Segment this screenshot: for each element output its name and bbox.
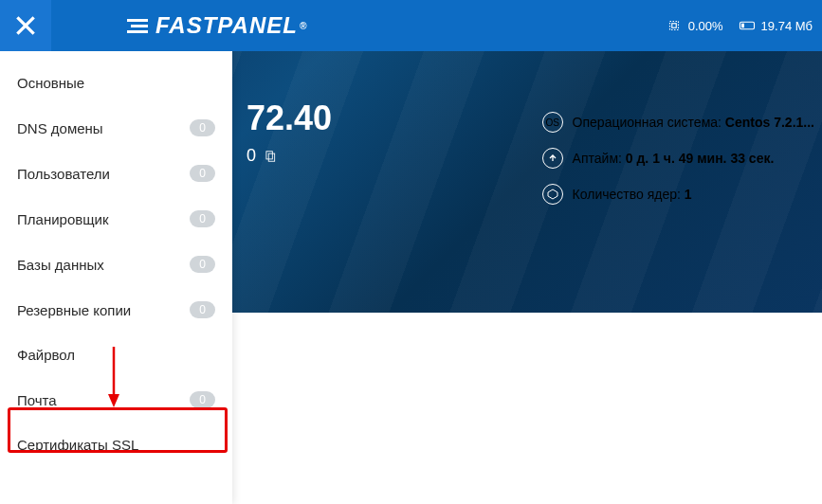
cpu-value: 0.00% <box>688 19 723 33</box>
uptime-icon <box>542 148 563 169</box>
uptime-label: Аптайм: <box>573 151 622 166</box>
svg-rect-4 <box>266 151 272 158</box>
sidebar-item-label: DNS домены <box>17 120 103 136</box>
brand-logo[interactable]: FASTPANEL ® <box>127 12 307 39</box>
brand-text: FASTPANEL <box>155 12 298 39</box>
svg-rect-3 <box>741 24 744 28</box>
close-button[interactable] <box>0 0 51 51</box>
os-icon: OS <box>542 112 563 133</box>
close-icon <box>13 13 38 38</box>
svg-marker-6 <box>548 189 557 199</box>
cores-row: Количество ядер: 1 <box>542 184 814 205</box>
sidebar-item-label: Основные <box>17 75 84 91</box>
sidebar-badge: 0 <box>190 391 215 408</box>
cpu-stat[interactable]: 0.00% <box>666 17 723 34</box>
cores-label: Количество ядер: <box>573 187 681 202</box>
sidebar-item-ssl[interactable]: Сертификаты SSL <box>0 423 232 467</box>
svg-rect-0 <box>669 22 678 30</box>
sidebar: Основные DNS домены 0 Пользователи 0 Пла… <box>0 51 232 504</box>
uptime-row: Аптайм: 0 д. 1 ч. 49 мин. 33 сек. <box>542 148 814 169</box>
os-row: OS Операционная система: Centos 7.2.1... <box>542 112 814 133</box>
server-info: OS Операционная система: Centos 7.2.1...… <box>542 112 814 220</box>
top-stats: 0.00% 19.74 Мб <box>666 17 813 34</box>
sidebar-badge: 0 <box>190 210 215 227</box>
sidebar-item-label: Планировщик <box>17 211 108 227</box>
sidebar-item-mail[interactable]: Почта 0 <box>0 377 232 423</box>
uptime-value: 0 д. 1 ч. 49 мин. 33 сек. <box>626 151 775 166</box>
memory-stat[interactable]: 19.74 Мб <box>739 17 813 34</box>
sidebar-item-backup[interactable]: Резервные копии 0 <box>0 287 232 333</box>
sidebar-item-label: Резервные копии <box>17 302 131 318</box>
os-value: Centos 7.2.1... <box>725 115 814 130</box>
sidebar-item-dns[interactable]: DNS домены 0 <box>0 105 232 151</box>
sidebar-item-firewall[interactable]: Файрвол <box>0 333 232 377</box>
logo-icon <box>127 19 148 33</box>
sidebar-item-cron[interactable]: Планировщик 0 <box>0 196 232 242</box>
sidebar-item-label: Пользователи <box>17 166 110 182</box>
sidebar-item-db[interactable]: Базы данных 0 <box>0 242 232 287</box>
sidebar-badge: 0 <box>190 301 215 318</box>
sidebar-badge: 0 <box>190 119 215 136</box>
sidebar-item-label: Почта <box>17 392 57 408</box>
cpu-icon <box>666 17 683 34</box>
brand-reg: ® <box>300 21 307 31</box>
os-label: Операционная система: <box>573 115 722 130</box>
sidebar-item-label: Сертификаты SSL <box>17 437 138 453</box>
sidebar-item-main[interactable]: Основные <box>0 61 232 105</box>
top-bar: FASTPANEL ® 0.00% 19.74 Мб <box>0 0 822 51</box>
sidebar-item-users[interactable]: Пользователи 0 <box>0 151 232 196</box>
svg-rect-1 <box>671 24 676 28</box>
sidebar-badge: 0 <box>190 165 215 182</box>
copy-icon[interactable] <box>264 150 277 163</box>
cores-icon <box>542 184 563 205</box>
sidebar-badge: 0 <box>190 256 215 273</box>
cores-value: 1 <box>685 187 692 202</box>
ip-sub-text: 0 <box>247 146 256 166</box>
sidebar-item-label: Базы данных <box>17 257 104 273</box>
svg-rect-5 <box>268 153 274 161</box>
memory-value: 19.74 Мб <box>761 19 813 33</box>
sidebar-item-label: Файрвол <box>17 347 75 363</box>
memory-icon <box>739 17 756 34</box>
